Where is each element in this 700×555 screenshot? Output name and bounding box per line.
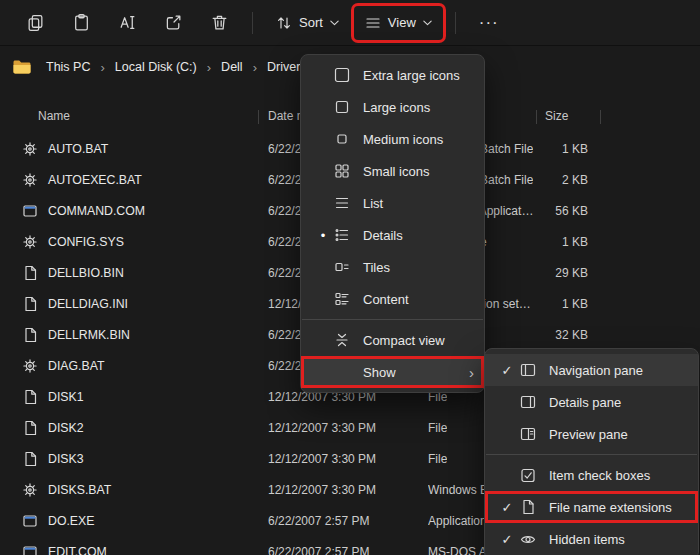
paste-button[interactable] bbox=[60, 6, 102, 40]
file-name: DISK1 bbox=[48, 390, 84, 404]
menu-item-details[interactable]: • Details bbox=[301, 219, 484, 251]
share-icon bbox=[164, 13, 183, 32]
content-view-icon bbox=[333, 290, 351, 308]
file-name: DIAG.BAT bbox=[48, 359, 104, 373]
sort-button[interactable]: Sort bbox=[265, 6, 350, 40]
file-date: 6/22/2007 2:57 PM bbox=[268, 514, 369, 528]
document-file-icon bbox=[22, 451, 38, 467]
chevron-down-icon bbox=[422, 19, 433, 27]
document-file-icon bbox=[22, 420, 38, 436]
file-size: 2 KB bbox=[500, 173, 588, 187]
breadcrumb-local-disk-c[interactable]: Local Disk (C:) bbox=[109, 56, 203, 78]
column-resize-handle[interactable] bbox=[536, 110, 537, 124]
hidden-items-icon bbox=[519, 530, 537, 548]
medium-icons-icon bbox=[333, 130, 351, 148]
ellipsis-icon: ··· bbox=[479, 14, 499, 31]
file-name: DELLBIO.BIN bbox=[48, 266, 124, 280]
submenu-item-hidden-items[interactable]: ✓ Hidden items bbox=[485, 523, 698, 555]
paste-icon bbox=[72, 13, 91, 32]
file-size: 56 KB bbox=[500, 204, 588, 218]
document-file-icon bbox=[22, 389, 38, 405]
rename-button[interactable] bbox=[106, 6, 148, 40]
breadcrumb-dell[interactable]: Dell bbox=[215, 56, 249, 78]
compact-view-icon bbox=[333, 331, 351, 349]
column-header-size[interactable]: Size bbox=[545, 109, 568, 123]
document-file-icon bbox=[22, 265, 38, 281]
extra-large-icons-icon bbox=[333, 66, 351, 84]
menu-item-label: Extra large icons bbox=[363, 68, 474, 83]
navigation-pane-icon bbox=[519, 361, 537, 379]
view-button-label: View bbox=[388, 15, 416, 30]
share-button[interactable] bbox=[152, 6, 194, 40]
menu-item-label: Show bbox=[363, 365, 469, 380]
command-toolbar: Sort View ··· bbox=[0, 0, 700, 46]
folder-icon bbox=[12, 59, 32, 75]
menu-separator bbox=[486, 454, 697, 455]
check-icon: ✓ bbox=[495, 532, 519, 547]
menu-item-small-icons[interactable]: Small icons bbox=[301, 155, 484, 187]
preview-pane-icon bbox=[519, 425, 537, 443]
view-dropdown-menu: Extra large icons Large icons Medium ico… bbox=[300, 54, 485, 393]
submenu-item-label: Hidden items bbox=[549, 532, 688, 547]
menu-item-show[interactable]: Show › bbox=[301, 356, 484, 388]
chevron-right-icon[interactable]: › bbox=[98, 60, 106, 75]
file-name: DELLRMK.BIN bbox=[48, 328, 130, 342]
file-name: AUTOEXEC.BAT bbox=[48, 173, 142, 187]
details-pane-icon bbox=[519, 393, 537, 411]
submenu-item-label: Navigation pane bbox=[549, 363, 688, 378]
file-date: 12/12/2007 3:30 PM bbox=[268, 483, 376, 497]
submenu-item-label: Item check boxes bbox=[549, 468, 688, 483]
submenu-item-details-pane[interactable]: Details pane bbox=[485, 386, 698, 418]
column-header-name[interactable]: Name bbox=[38, 109, 70, 123]
menu-item-medium-icons[interactable]: Medium icons bbox=[301, 123, 484, 155]
menu-separator bbox=[302, 319, 483, 320]
file-name-extensions-icon bbox=[519, 498, 537, 516]
file-size: 1 KB bbox=[500, 297, 588, 311]
menu-item-content[interactable]: Content bbox=[301, 283, 484, 315]
file-name: DELLDIAG.INI bbox=[48, 297, 128, 311]
large-icons-icon bbox=[333, 98, 351, 116]
file-name: EDIT.COM bbox=[48, 545, 107, 555]
view-icon bbox=[364, 14, 382, 32]
menu-item-extra-large-icons[interactable]: Extra large icons bbox=[301, 59, 484, 91]
menu-item-large-icons[interactable]: Large icons bbox=[301, 91, 484, 123]
submenu-item-preview-pane[interactable]: Preview pane bbox=[485, 418, 698, 450]
delete-icon bbox=[210, 13, 229, 32]
application-file-icon bbox=[22, 203, 38, 219]
file-name: COMMAND.COM bbox=[48, 204, 145, 218]
copy-button[interactable] bbox=[14, 6, 56, 40]
menu-item-list[interactable]: List bbox=[301, 187, 484, 219]
menu-item-label: Content bbox=[363, 292, 474, 307]
column-resize-handle[interactable] bbox=[258, 110, 259, 124]
menu-item-label: Medium icons bbox=[363, 132, 474, 147]
batch-file-icon bbox=[22, 141, 38, 157]
chevron-right-icon[interactable]: › bbox=[205, 60, 213, 75]
delete-button[interactable] bbox=[198, 6, 240, 40]
file-size: 29 KB bbox=[500, 266, 588, 280]
small-icons-icon bbox=[333, 162, 351, 180]
chevron-down-icon bbox=[329, 19, 340, 27]
submenu-item-navigation-pane[interactable]: ✓ Navigation pane bbox=[485, 354, 698, 386]
check-icon: ✓ bbox=[495, 363, 519, 378]
column-resize-handle[interactable] bbox=[600, 110, 601, 124]
file-date: 12/12/2007 3:30 PM bbox=[268, 421, 376, 435]
submenu-item-file-name-extensions[interactable]: ✓ File name extensions bbox=[485, 491, 698, 523]
file-size: 32 KB bbox=[500, 328, 588, 342]
file-size: 1 KB bbox=[500, 235, 588, 249]
menu-item-tiles[interactable]: Tiles bbox=[301, 251, 484, 283]
file-type: Application bbox=[428, 514, 487, 528]
chevron-right-icon[interactable]: › bbox=[251, 60, 259, 75]
toolbar-separator bbox=[252, 12, 253, 34]
file-type: File bbox=[428, 421, 447, 435]
chevron-right-icon: › bbox=[469, 364, 474, 381]
list-view-icon bbox=[333, 194, 351, 212]
submenu-item-label: Preview pane bbox=[549, 427, 688, 442]
see-more-button[interactable]: ··· bbox=[468, 6, 510, 40]
view-button[interactable]: View bbox=[354, 6, 443, 40]
application-file-icon bbox=[22, 513, 38, 529]
file-name: DO.EXE bbox=[48, 514, 94, 528]
submenu-item-label: Details pane bbox=[549, 395, 688, 410]
submenu-item-item-check-boxes[interactable]: Item check boxes bbox=[485, 459, 698, 491]
menu-item-compact-view[interactable]: Compact view bbox=[301, 324, 484, 356]
breadcrumb-this-pc[interactable]: This PC bbox=[40, 56, 96, 78]
